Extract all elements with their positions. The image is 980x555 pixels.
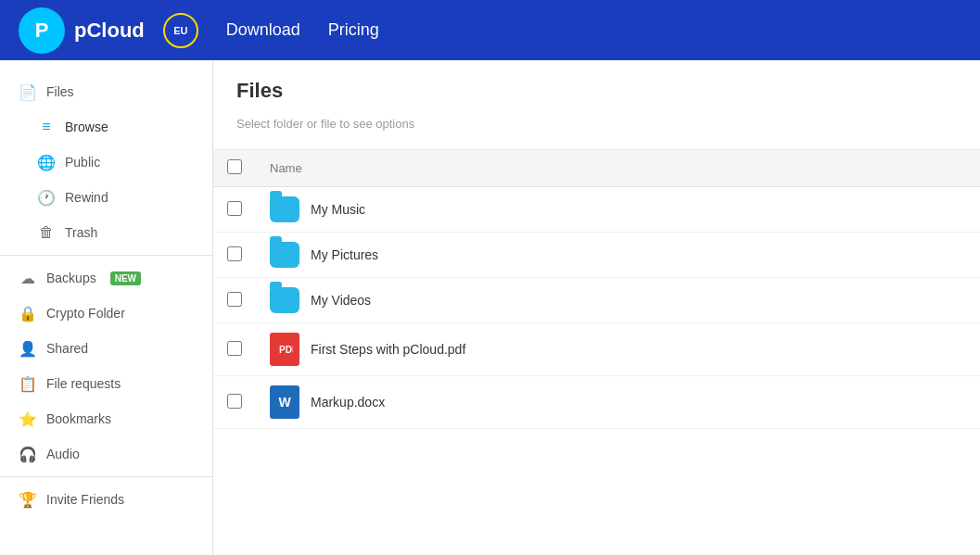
docx-icon: W	[270, 385, 299, 419]
sidebar-label-trash: Trash	[65, 225, 97, 240]
sidebar-label-public: Public	[65, 155, 100, 170]
content-area: Files Select folder or file to see optio…	[213, 60, 980, 555]
page-title: Files	[236, 79, 957, 103]
sidebar-label-bookmarks: Bookmarks	[46, 411, 111, 426]
main-layout: 📄 Files ≡ Browse 🌐 Public 🕐 Rewind 🗑 Tra…	[0, 60, 980, 555]
file-name: First Steps with pCloud.pdf	[311, 342, 465, 357]
table-row[interactable]: My Music	[213, 187, 980, 233]
row-checkbox-cell	[213, 233, 256, 278]
select-hint: Select folder or file to see options	[236, 117, 957, 131]
crypto-icon: 🔒	[19, 304, 37, 322]
table-header-checkbox	[213, 150, 256, 187]
sidebar-item-crypto[interactable]: 🔒 Crypto Folder	[0, 296, 212, 331]
file-requests-icon: 📋	[19, 374, 37, 393]
row-checkbox[interactable]	[227, 292, 242, 307]
table-row[interactable]: My Pictures	[213, 233, 980, 278]
sidebar-item-browse[interactable]: ≡ Browse	[0, 109, 212, 145]
sidebar-item-shared[interactable]: 👤 Shared	[0, 331, 212, 366]
row-checkbox[interactable]	[227, 201, 242, 216]
sidebar-label-file-requests: File requests	[46, 376, 121, 391]
rewind-icon: 🕐	[37, 188, 56, 207]
logo-text: pCloud	[74, 19, 145, 43]
folder-icon	[270, 196, 299, 222]
sidebar-label-shared: Shared	[46, 341, 88, 356]
header-nav: Download Pricing	[226, 20, 379, 40]
public-icon: 🌐	[37, 153, 56, 171]
table-row[interactable]: PDF First Steps with pCloud.pdf	[213, 323, 980, 376]
row-checkbox-cell	[213, 323, 256, 376]
row-checkbox[interactable]	[227, 341, 242, 356]
logo-icon	[19, 7, 65, 54]
trash-icon: 🗑	[37, 223, 56, 242]
sidebar-label-backups: Backups	[46, 271, 96, 285]
sidebar-label-audio: Audio	[46, 447, 80, 461]
svg-text:PDF: PDF	[279, 345, 293, 355]
eu-badge: EU	[163, 13, 198, 48]
row-checkbox-cell	[213, 376, 256, 429]
table-row[interactable]: My Videos	[213, 278, 980, 323]
file-table: Name My Music	[213, 150, 980, 429]
row-checkbox-cell	[213, 278, 256, 323]
sidebar-item-trash[interactable]: 🗑 Trash	[0, 215, 212, 250]
file-name: My Music	[311, 202, 365, 217]
sidebar-divider-2	[0, 476, 212, 477]
row-name-cell: My Videos	[256, 278, 980, 323]
file-name-wrapper: My Music	[270, 196, 966, 222]
sidebar-item-bookmarks[interactable]: ⭐ Bookmarks	[0, 401, 212, 436]
shared-icon: 👤	[19, 339, 37, 358]
nav-pricing[interactable]: Pricing	[328, 20, 379, 40]
nav-download[interactable]: Download	[226, 20, 300, 40]
row-name-cell: My Pictures	[256, 233, 980, 278]
file-name: Markup.docx	[311, 395, 385, 410]
sidebar-label-crypto: Crypto Folder	[46, 306, 125, 321]
sidebar-item-audio[interactable]: 🎧 Audio	[0, 436, 212, 472]
file-name-wrapper: W Markup.docx	[270, 385, 966, 419]
invite-icon: 🏆	[19, 490, 37, 509]
header: pCloud EU Download Pricing	[0, 0, 980, 60]
row-checkbox[interactable]	[227, 246, 242, 261]
select-all-checkbox[interactable]	[227, 159, 242, 174]
folder-icon	[270, 242, 299, 268]
sidebar-item-rewind[interactable]: 🕐 Rewind	[0, 180, 212, 215]
files-icon: 📄	[19, 82, 37, 101]
backups-icon: ☁	[19, 269, 37, 287]
row-name-cell: My Music	[256, 187, 980, 233]
sidebar-label-invite: Invite Friends	[46, 492, 124, 507]
file-name-wrapper: PDF First Steps with pCloud.pdf	[270, 333, 966, 366]
new-badge: NEW	[110, 271, 141, 285]
browse-icon: ≡	[37, 118, 56, 136]
sidebar-item-file-requests[interactable]: 📋 File requests	[0, 366, 212, 401]
sidebar-label-rewind: Rewind	[65, 190, 108, 205]
sidebar-item-public[interactable]: 🌐 Public	[0, 145, 212, 180]
file-name: My Videos	[311, 293, 371, 308]
row-name-cell: W Markup.docx	[256, 376, 980, 429]
sidebar-divider-1	[0, 255, 212, 256]
logo[interactable]: pCloud	[19, 7, 145, 54]
row-name-cell: PDF First Steps with pCloud.pdf	[256, 323, 980, 376]
row-checkbox-cell	[213, 187, 256, 233]
sidebar-item-backups[interactable]: ☁ Backups NEW	[0, 260, 212, 296]
folder-icon	[270, 287, 299, 313]
file-name: My Pictures	[311, 247, 378, 262]
pdf-icon: PDF	[270, 333, 299, 366]
content-header: Files Select folder or file to see optio…	[213, 60, 980, 150]
sidebar-item-files[interactable]: 📄 Files	[0, 74, 212, 109]
sidebar-label-files: Files	[46, 84, 74, 99]
file-name-wrapper: My Videos	[270, 287, 966, 313]
bookmarks-icon: ⭐	[19, 410, 37, 428]
table-row[interactable]: W Markup.docx	[213, 376, 980, 429]
file-name-wrapper: My Pictures	[270, 242, 966, 268]
row-checkbox[interactable]	[227, 394, 242, 409]
sidebar-item-invite[interactable]: 🏆 Invite Friends	[0, 482, 212, 517]
sidebar-label-browse: Browse	[65, 120, 108, 134]
sidebar: 📄 Files ≡ Browse 🌐 Public 🕐 Rewind 🗑 Tra…	[0, 60, 213, 555]
audio-icon: 🎧	[19, 445, 37, 463]
table-header-name: Name	[256, 150, 980, 187]
